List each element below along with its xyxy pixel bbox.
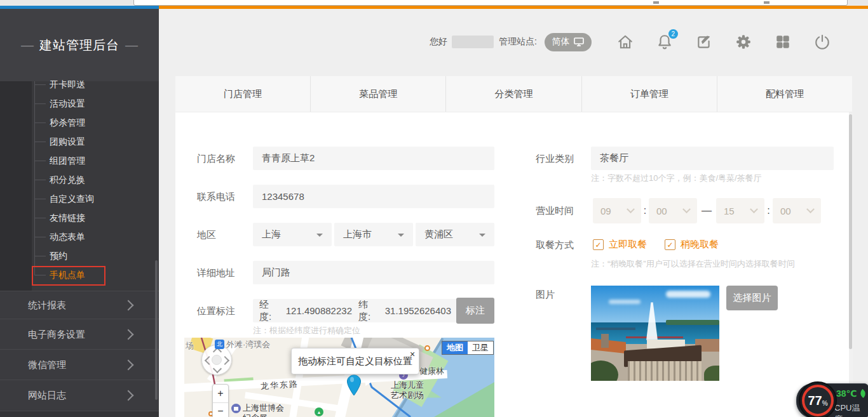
caret-down-icon: [398, 234, 404, 240]
gear-icon: [735, 34, 752, 50]
zoom-in-button[interactable]: +: [213, 385, 228, 403]
close-minute-value: 00: [780, 206, 791, 216]
sidebar-item-flash-sale[interactable]: 秒杀管理: [50, 116, 145, 129]
sidebar-item-card-gift[interactable]: 开卡即送: [50, 77, 145, 91]
industry-input[interactable]: 茶餐厅: [591, 147, 834, 170]
tab-category-manage[interactable]: 分类管理: [446, 76, 581, 112]
sidebar-item-links[interactable]: 友情链接: [50, 211, 145, 225]
sidebar: — 建站管理后台 — 开卡即送 活动设置 秒杀管理 团购设置 组团管理 积分兑换…: [0, 9, 159, 417]
sidebar-item-activity[interactable]: 活动设置: [50, 96, 145, 110]
photo-trees-right: [704, 366, 719, 381]
map-pin-icon[interactable]: [346, 374, 362, 396]
sidebar-item-points[interactable]: 积分兑换: [50, 173, 145, 187]
pan-down-arrow-icon[interactable]: [213, 364, 222, 373]
pan-right-arrow-icon[interactable]: [220, 356, 229, 365]
language-pill-button[interactable]: 简体: [545, 33, 592, 51]
tab-store-manage[interactable]: 门店管理: [175, 76, 311, 112]
choose-photo-button[interactable]: 选择图片: [726, 286, 778, 310]
photo-cloud: [609, 300, 641, 304]
chevron-down-icon: [682, 205, 691, 213]
sidebar-title: — 建站管理后台 —: [0, 9, 159, 81]
phone-label: 联系电话: [197, 185, 235, 208]
scrollbar-thumb[interactable]: [849, 114, 852, 349]
notifications-button[interactable]: 2: [656, 34, 673, 50]
city-select[interactable]: 上海市: [334, 223, 413, 246]
home-icon: [617, 34, 634, 50]
open-hour-select[interactable]: 09: [593, 198, 641, 223]
manage-site-label: 管理站点:: [499, 36, 537, 48]
accent-bar-orange: [159, 6, 868, 9]
location-input[interactable]: 经度: 121.490882232 纬度: 31.1952626403: [253, 299, 458, 322]
photo-facade: [628, 361, 702, 381]
map-widget[interactable]: 场 外滩·湾璞会 龙华东路 健康林 上海儿童 艺术剧场 上海世博会 纪念展 ♪ …: [184, 338, 494, 417]
region-label: 地区: [197, 223, 216, 246]
museum-poi-icon: [231, 404, 241, 413]
district-select[interactable]: 黄浦区: [416, 223, 494, 246]
username-redacted: [452, 36, 494, 48]
sidebar-group-wechat[interactable]: 微信管理: [0, 349, 159, 380]
open-hour-value: 09: [600, 206, 611, 216]
map-zoom-control: + −: [212, 384, 229, 417]
zoom-out-button[interactable]: −: [213, 402, 228, 417]
power-icon: [814, 34, 831, 50]
address-input[interactable]: 局门路: [253, 261, 494, 284]
group-label: 网站日志: [28, 390, 66, 402]
sidebar-item-group-manage[interactable]: 组团管理: [50, 154, 145, 168]
sidebar-gutter: [0, 81, 32, 291]
browser-address-bar[interactable]: [133, 0, 848, 6]
checkbox-immediate-pickup[interactable]: ✓: [593, 239, 604, 250]
open-minute-select[interactable]: 00: [649, 198, 697, 223]
logout-button[interactable]: [814, 34, 831, 50]
map-label-expo: 纪念展: [243, 413, 268, 417]
photo-pier: [596, 328, 635, 330]
satellite-view-button[interactable]: 卫星: [468, 341, 493, 354]
tree-tick: [34, 122, 46, 123]
store-name-input[interactable]: 青青原上草2: [253, 147, 494, 170]
admin-backend-screen: — 建站管理后台 — 开卡即送 活动设置 秒杀管理 团购设置 组团管理 积分兑换…: [0, 0, 868, 417]
group-label: 电子商务设置: [28, 329, 85, 341]
map-pan-control[interactable]: [201, 345, 232, 375]
close-minute-select[interactable]: 00: [773, 198, 821, 223]
sidebar-item-group-buy[interactable]: 团购设置: [50, 135, 145, 149]
sidebar-item-booking[interactable]: 预约: [50, 249, 145, 263]
close-hour-select[interactable]: 15: [716, 198, 764, 223]
chevron-right-icon: [123, 360, 134, 371]
compose-button[interactable]: [696, 34, 712, 50]
industry-note: 注：字数不超过10个字，例：美食/粤菜/茶餐厅: [591, 173, 762, 184]
home-button[interactable]: [617, 34, 634, 50]
group-label: 微信管理: [28, 359, 66, 371]
photo-tower: [601, 334, 609, 348]
pickup-note: 注：“稍晚取餐”用户可以选择在营业时间内选择取餐时间: [591, 258, 795, 270]
store-name-label: 门店名称: [197, 147, 235, 170]
tab-dish-manage[interactable]: 菜品管理: [311, 76, 446, 112]
settings-button[interactable]: [735, 34, 752, 50]
sidebar-group-logs[interactable]: 网站日志: [0, 380, 159, 411]
active-item-highlight-box: [32, 266, 105, 286]
browser-icon[interactable]: [653, 1, 659, 4]
browser-icon[interactable]: [764, 1, 770, 4]
sidebar-item-custom-query[interactable]: 自定义查询: [50, 192, 145, 206]
tab-order-manage[interactable]: 订单管理: [582, 76, 717, 112]
checkbox-later-pickup[interactable]: ✓: [665, 239, 675, 250]
sidebar-group-ecommerce[interactable]: 电子商务设置: [0, 319, 159, 350]
phone-input[interactable]: 12345678: [253, 185, 494, 208]
poi-ring-marker: [424, 345, 430, 351]
location-note: 注：根据经纬度进行精确定位: [253, 325, 360, 336]
pickup-options: ✓ 立即取餐 ✓ 稍晚取餐: [593, 239, 719, 251]
tooltip-close-icon[interactable]: ×: [410, 349, 415, 359]
chevron-right-icon: [123, 390, 134, 401]
sidebar-scrollbar[interactable]: [155, 260, 158, 400]
tree-line: [34, 81, 35, 275]
header: 您好 管理站点: 简体 2: [430, 30, 831, 53]
sidebar-group-stats[interactable]: 统计报表: [0, 291, 159, 319]
lat-value: 31.1952626403: [385, 305, 451, 316]
sidebar-item-dynamic-form[interactable]: 动态表单: [50, 230, 145, 244]
apps-button[interactable]: [775, 34, 791, 50]
tab-ingredient-manage[interactable]: 配料管理: [717, 76, 852, 112]
province-select[interactable]: 上海: [253, 223, 332, 246]
tree-tick: [34, 237, 46, 237]
map-view-button[interactable]: 地图: [442, 341, 468, 354]
close-hour-value: 15: [724, 206, 735, 216]
photo-far-shore: [666, 320, 719, 325]
mark-location-button[interactable]: 标注: [456, 298, 494, 324]
